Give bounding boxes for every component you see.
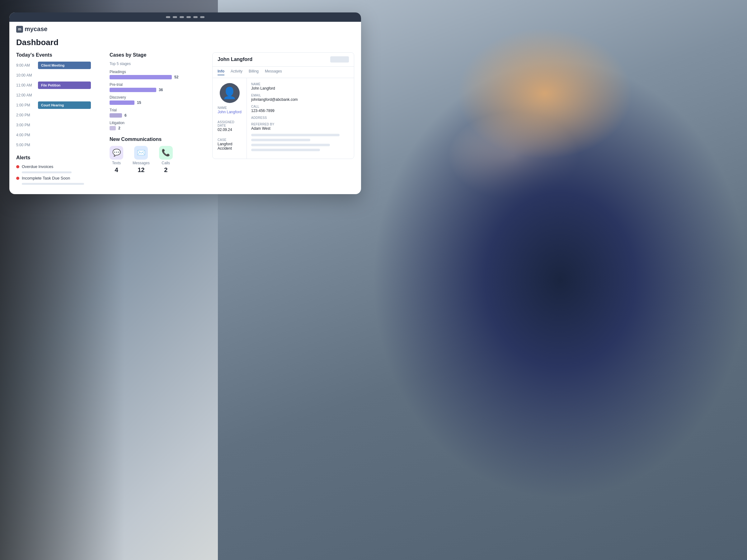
- time-slot-8: 5:00 PM: [16, 141, 103, 149]
- middle-column: Cases by Stage Top 5 stages Pleadings 52…: [109, 52, 206, 185]
- name-label: Name: [251, 82, 350, 86]
- stage-count-2: 15: [137, 101, 141, 105]
- comm-label-calls: Calls: [161, 161, 170, 165]
- name-field-value[interactable]: John Langford: [217, 110, 241, 114]
- name-field: Name John Langford: [251, 82, 350, 90]
- case-field-left: Case Langford Accident: [217, 138, 241, 151]
- client-name-field-left: Name John Langford: [217, 106, 241, 114]
- stage-name-1: Pre-trial: [109, 82, 206, 87]
- assigned-date-value: 02.09.24: [217, 128, 241, 132]
- comm-icon-texts: 💬: [109, 146, 123, 160]
- comm-item-texts[interactable]: 💬 Texts 4: [109, 146, 123, 174]
- stage-bar-4: [109, 126, 116, 130]
- alert-item-0[interactable]: Overdue Invoices: [16, 164, 103, 169]
- call-field: Call 123-456-7899: [251, 105, 350, 113]
- comm-icon-calls: 📞: [159, 146, 173, 160]
- alerts-title: Alerts: [16, 155, 103, 161]
- client-name-header: John Langford: [217, 57, 252, 62]
- case-value: Langford Accident: [217, 142, 241, 151]
- time-slot-7: 4:00 PM: [16, 131, 103, 139]
- alert-text-1: Incomplete Task Due Soon: [22, 176, 70, 181]
- page-title: Dashboard: [9, 34, 361, 52]
- stage-bar-container-1: 36: [109, 88, 206, 92]
- brand-logo: m mycase: [16, 26, 47, 33]
- placeholder-row-4: [251, 149, 320, 151]
- assigned-date-field-left: Assigned Date 02.09.24: [217, 121, 241, 132]
- stage-row-4: Litigation 2: [109, 121, 206, 130]
- alert-text-0: Overdue Invoices: [22, 164, 53, 169]
- topbar-dot-3: [180, 16, 184, 18]
- stage-bar-container-4: 2: [109, 126, 206, 130]
- placeholder-row-3: [251, 144, 330, 146]
- time-slot-0: 9:00 AM Client Meeting: [16, 61, 103, 69]
- client-panel-action-btn[interactable]: [330, 56, 349, 62]
- client-tab-billing[interactable]: Billing: [249, 69, 259, 75]
- stage-row-0: Pleadings 52: [109, 70, 206, 79]
- comms-section: New Communications 💬 Texts 4 ✉️ Messages…: [109, 137, 206, 174]
- time-slot-3: 12:00 AM: [16, 91, 103, 99]
- cases-section: Cases by Stage Top 5 stages Pleadings 52…: [109, 52, 206, 130]
- comms-grid: 💬 Texts 4 ✉️ Messages 12 📞 Calls 2: [109, 146, 206, 174]
- alert-sub-0: [22, 171, 72, 173]
- stage-bar-0: [109, 75, 172, 79]
- time-label-3: 12:00 AM: [16, 93, 35, 97]
- stage-bar-container-0: 52: [109, 75, 206, 79]
- case-label: Case: [217, 138, 241, 141]
- brand-icon-char: m: [18, 27, 22, 31]
- event-bar-file-petition[interactable]: File Petition: [38, 81, 91, 89]
- brand-icon: m: [16, 26, 23, 33]
- time-slot-4: 1:00 PM Court Hearing: [16, 101, 103, 109]
- client-tab-info[interactable]: Info: [217, 69, 225, 75]
- time-label-5: 2:00 PM: [16, 113, 35, 117]
- comms-title: New Communications: [109, 137, 206, 142]
- stages-subtitle: Top 5 stages: [109, 61, 206, 66]
- time-slot-2: 11:00 AM File Petition: [16, 81, 103, 89]
- time-label-8: 5:00 PM: [16, 143, 35, 147]
- comm-icon-messages: ✉️: [134, 146, 148, 160]
- app-name: mycase: [25, 26, 47, 33]
- call-label: Call: [251, 105, 350, 108]
- brand-bar: m mycase: [9, 22, 361, 34]
- time-label-7: 4:00 PM: [16, 133, 35, 137]
- client-tab-activity[interactable]: Activity: [231, 69, 242, 75]
- card-top-bar: [9, 12, 361, 22]
- comm-item-calls[interactable]: 📞 Calls 2: [159, 146, 173, 174]
- referred-by-value: Adam West: [251, 126, 350, 131]
- stage-count-0: 52: [174, 75, 178, 79]
- time-label-4: 1:00 PM: [16, 103, 35, 107]
- stage-bar-2: [109, 101, 134, 105]
- email-value: johnlangford@abcbank.com: [251, 97, 350, 102]
- stage-count-1: 36: [159, 88, 163, 92]
- time-slot-5: 2:00 PM: [16, 111, 103, 119]
- event-bar-client-meeting[interactable]: Client Meeting: [38, 61, 91, 69]
- events-section: Today's Events 9:00 AM Client Meeting 10…: [16, 52, 103, 149]
- call-value: 123-456-7899: [251, 109, 350, 113]
- topbar-dot-4: [186, 16, 191, 18]
- client-tab-messages[interactable]: Messages: [265, 69, 282, 75]
- topbar-dot-2: [173, 16, 177, 18]
- stage-name-0: Pleadings: [109, 70, 206, 74]
- avatar-icon: 👤: [223, 86, 236, 100]
- time-label-6: 3:00 PM: [16, 123, 35, 127]
- topbar-dot-1: [166, 16, 170, 18]
- client-panel: John Langford Info Activity Billing Mess…: [212, 52, 354, 159]
- comm-count-texts: 4: [114, 166, 118, 174]
- stage-name-3: Trial: [109, 108, 206, 112]
- comm-count-messages: 12: [137, 166, 145, 174]
- event-bar-court-hearing[interactable]: Court Hearing: [38, 101, 91, 109]
- name-field-label: Name: [217, 106, 241, 109]
- placeholder-row-1: [251, 134, 340, 136]
- time-slot-1: 10:00 AM: [16, 72, 103, 79]
- comm-item-messages[interactable]: ✉️ Messages 12: [133, 146, 150, 174]
- left-column: Today's Events 9:00 AM Client Meeting 10…: [16, 52, 103, 185]
- topbar-dot-6: [200, 16, 205, 18]
- comm-label-messages: Messages: [133, 161, 150, 165]
- time-label-1: 10:00 AM: [16, 73, 35, 77]
- alert-item-1[interactable]: Incomplete Task Due Soon: [16, 176, 103, 181]
- referred-by-label: Referred by: [251, 123, 350, 126]
- time-label-0: 9:00 AM: [16, 63, 35, 68]
- stage-row-2: Discovery 15: [109, 95, 206, 105]
- alert-sub-1: [22, 183, 84, 185]
- cases-title: Cases by Stage: [109, 52, 206, 58]
- placeholder-row-2: [251, 139, 310, 141]
